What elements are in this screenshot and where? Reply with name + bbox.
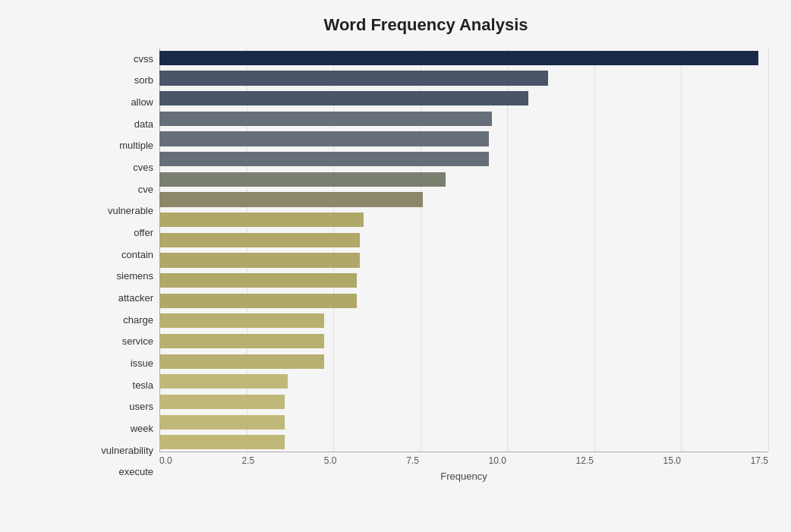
bar-row bbox=[159, 89, 768, 108]
bars-region bbox=[159, 49, 768, 452]
x-axis: 0.02.55.07.510.012.515.017.5 Frequency bbox=[159, 452, 768, 482]
x-tick: 2.5 bbox=[241, 455, 254, 466]
y-label: execute bbox=[84, 461, 159, 482]
y-label: multiple bbox=[84, 136, 159, 156]
y-label: sorb bbox=[84, 71, 159, 91]
y-label: cves bbox=[84, 157, 159, 178]
grid-line bbox=[768, 49, 769, 452]
bar bbox=[159, 152, 489, 166]
bar bbox=[159, 233, 360, 247]
y-label: cve bbox=[84, 179, 159, 200]
bar-row bbox=[159, 49, 768, 68]
y-label: data bbox=[84, 114, 159, 134]
bar bbox=[159, 131, 489, 146]
bar bbox=[159, 172, 446, 187]
x-ticks: 0.02.55.07.510.012.515.017.5 bbox=[159, 455, 768, 466]
bar-row bbox=[159, 413, 768, 432]
y-label: issue bbox=[84, 353, 159, 373]
bar bbox=[159, 91, 528, 105]
x-tick: 17.5 bbox=[751, 455, 768, 466]
bar bbox=[159, 313, 324, 328]
bar bbox=[159, 112, 492, 126]
y-label: users bbox=[84, 397, 159, 417]
bar bbox=[159, 192, 423, 206]
bar-row bbox=[159, 352, 768, 371]
bar-row bbox=[159, 69, 768, 88]
bar-row bbox=[159, 332, 768, 351]
bars-inner bbox=[159, 49, 768, 452]
bar-row bbox=[159, 210, 768, 229]
y-label: service bbox=[84, 332, 159, 352]
y-label: tesla bbox=[84, 375, 159, 395]
bar bbox=[159, 212, 364, 227]
bar-row bbox=[159, 190, 768, 209]
bar bbox=[159, 294, 357, 308]
y-label: vulnerability bbox=[84, 440, 159, 461]
bar bbox=[159, 395, 285, 409]
bar-row bbox=[159, 170, 768, 189]
y-label: attacker bbox=[84, 288, 159, 308]
y-label: charge bbox=[84, 310, 159, 330]
y-label: siemens bbox=[84, 266, 159, 287]
y-label: allow bbox=[84, 92, 159, 112]
y-label: cvss bbox=[84, 49, 159, 69]
x-tick: 10.0 bbox=[489, 455, 506, 466]
bar-row bbox=[159, 433, 768, 452]
y-label: week bbox=[84, 418, 159, 439]
y-label: offer bbox=[84, 222, 159, 243]
bar bbox=[159, 71, 548, 85]
bar bbox=[159, 374, 288, 389]
x-axis-label: Frequency bbox=[159, 471, 768, 482]
bar-row bbox=[159, 109, 768, 128]
bar-row bbox=[159, 373, 768, 392]
x-tick: 15.0 bbox=[663, 455, 681, 466]
y-label: contain bbox=[84, 244, 159, 265]
y-axis-labels: cvsssorballowdatamultiplecvescvevulnerab… bbox=[84, 49, 159, 482]
bar bbox=[159, 415, 285, 430]
plot-area: 0.02.55.07.510.012.515.017.5 Frequency bbox=[159, 49, 768, 482]
bar-row bbox=[159, 312, 768, 331]
x-tick: 12.5 bbox=[576, 455, 594, 466]
bar bbox=[159, 51, 758, 65]
bar-row bbox=[159, 271, 768, 290]
bar-row bbox=[159, 130, 768, 149]
bar-row bbox=[159, 231, 768, 250]
chart-container: Word Frequency Analysis cvsssorballowdat… bbox=[0, 0, 791, 532]
bar bbox=[159, 435, 285, 449]
chart-title: Word Frequency Analysis bbox=[84, 15, 768, 35]
x-tick: 7.5 bbox=[406, 455, 419, 466]
bar bbox=[159, 273, 357, 288]
bar-row bbox=[159, 150, 768, 168]
x-tick: 0.0 bbox=[159, 455, 172, 466]
bar bbox=[159, 354, 324, 369]
bar-row bbox=[159, 251, 768, 270]
bar bbox=[159, 334, 324, 348]
bar-row bbox=[159, 392, 768, 411]
x-tick: 5.0 bbox=[324, 455, 337, 466]
y-label: vulnerable bbox=[84, 201, 159, 222]
bar-row bbox=[159, 291, 768, 310]
bar bbox=[159, 253, 360, 267]
